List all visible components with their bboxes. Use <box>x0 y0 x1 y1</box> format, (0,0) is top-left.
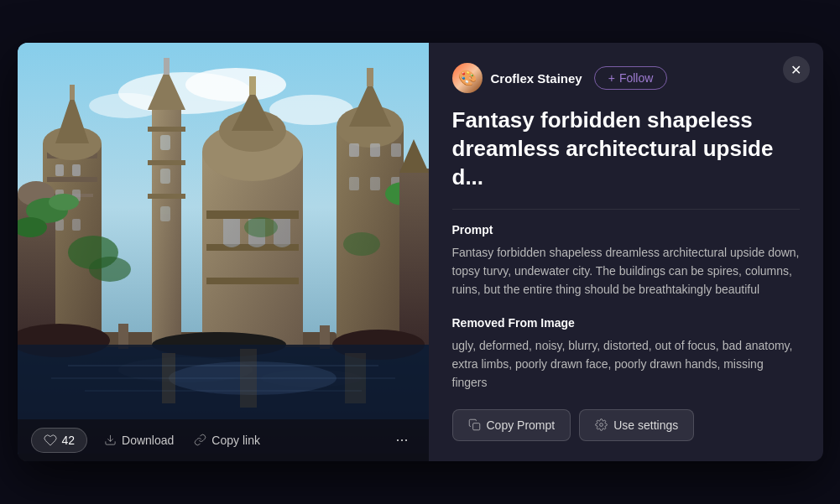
prompt-label: Prompt <box>452 223 800 236</box>
download-button[interactable]: Download <box>101 429 177 452</box>
svg-point-78 <box>600 423 603 427</box>
svg-rect-32 <box>164 58 170 75</box>
svg-rect-38 <box>160 206 170 221</box>
settings-icon <box>595 418 608 431</box>
svg-rect-36 <box>160 135 170 150</box>
download-icon <box>104 434 117 446</box>
action-buttons: Copy Prompt Use settings <box>452 409 800 441</box>
follow-button[interactable]: + Follow <box>594 66 668 90</box>
heart-icon <box>44 434 57 447</box>
avatar-emoji: 🎨 <box>458 69 477 87</box>
copy-prompt-label: Copy Prompt <box>487 418 556 432</box>
svg-point-64 <box>343 232 380 256</box>
copy-icon <box>468 418 481 431</box>
removed-text: ugly, deformed, noisy, blurry, distorted… <box>452 336 800 392</box>
info-panel: ✕ 🎨 Croflex Stainey + Follow Fantasy for… <box>429 43 823 461</box>
avatar: 🎨 <box>452 63 483 93</box>
svg-rect-58 <box>206 278 299 284</box>
author-row: 🎨 Croflex Stainey + Follow <box>452 63 800 93</box>
svg-rect-35 <box>148 194 185 199</box>
copy-link-button[interactable]: Copy link <box>190 429 263 452</box>
svg-point-62 <box>89 257 131 282</box>
svg-rect-24 <box>70 85 75 100</box>
svg-rect-42 <box>367 68 373 86</box>
close-button[interactable]: ✕ <box>783 56 810 83</box>
more-options-button[interactable]: ··· <box>389 428 415 452</box>
svg-rect-34 <box>148 160 185 165</box>
copy-prompt-button[interactable]: Copy Prompt <box>452 409 571 441</box>
follow-label: Follow <box>619 71 653 85</box>
svg-rect-14 <box>47 177 97 182</box>
close-icon: ✕ <box>790 62 801 78</box>
svg-point-2 <box>185 68 286 101</box>
image-bottom-bar: 42 Download Copy link ··· <box>18 419 429 461</box>
use-settings-label: Use settings <box>613 418 678 432</box>
svg-rect-46 <box>349 177 359 190</box>
image-title: Fantasy forbidden shapeless dreamless ar… <box>452 107 800 191</box>
plus-icon: + <box>608 71 615 85</box>
svg-rect-37 <box>160 169 170 184</box>
author-name: Croflex Stainey <box>491 71 582 86</box>
svg-rect-17 <box>72 164 81 176</box>
svg-rect-59 <box>399 169 429 345</box>
svg-rect-45 <box>391 143 401 157</box>
prompt-text: Fantasy forbidden shapeless dreamless ar… <box>452 243 800 299</box>
like-button[interactable]: 42 <box>31 428 88 453</box>
use-settings-button[interactable]: Use settings <box>579 409 694 441</box>
copy-link-label: Copy link <box>211 434 260 447</box>
download-label: Download <box>122 434 174 447</box>
svg-rect-56 <box>206 210 299 219</box>
image-detail-modal: 42 Download Copy link ··· ✕ <box>18 43 823 461</box>
svg-rect-77 <box>472 423 479 430</box>
svg-rect-33 <box>148 127 185 132</box>
svg-rect-21 <box>72 219 81 231</box>
svg-rect-16 <box>55 164 64 176</box>
svg-rect-44 <box>370 143 380 157</box>
svg-point-63 <box>244 217 278 237</box>
svg-rect-55 <box>249 76 256 95</box>
fantasy-city-image <box>18 43 429 454</box>
removed-label: Removed From Image <box>452 316 800 330</box>
divider-1 <box>452 209 800 210</box>
link-icon <box>194 434 206 446</box>
svg-rect-47 <box>370 177 380 190</box>
like-count: 42 <box>62 434 76 447</box>
svg-rect-43 <box>349 143 359 157</box>
svg-point-29 <box>49 194 79 210</box>
image-panel: 42 Download Copy link ··· <box>18 43 429 461</box>
